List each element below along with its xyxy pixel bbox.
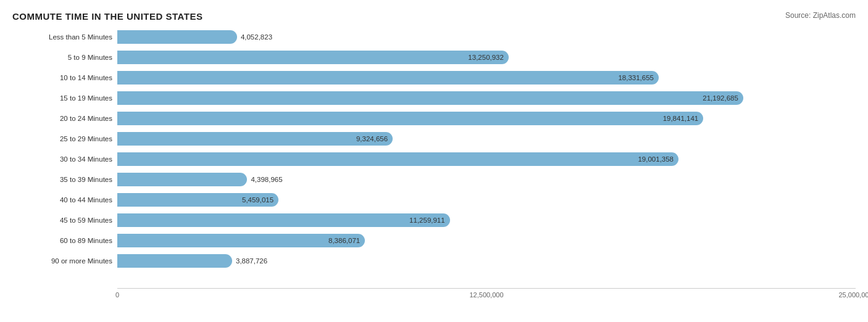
bar-row: Less than 5 Minutes4,052,823 bbox=[12, 28, 856, 46]
bar-label: Less than 5 Minutes bbox=[12, 33, 117, 41]
chart-container: COMMUTE TIME IN THE UNITED STATES Source… bbox=[0, 0, 868, 322]
bar-row: 30 to 34 Minutes19,001,358 bbox=[12, 150, 856, 168]
bar-label: 40 to 44 Minutes bbox=[12, 196, 117, 204]
bar-row: 40 to 44 Minutes5,459,015 bbox=[12, 191, 856, 209]
bar-fill: 19,841,141 bbox=[117, 112, 703, 125]
bar-row: 5 to 9 Minutes13,250,932 bbox=[12, 48, 856, 67]
bar-value: 4,052,823 bbox=[241, 33, 272, 41]
bar-value: 3,887,726 bbox=[236, 257, 267, 265]
bar-fill: 9,324,656 bbox=[117, 132, 393, 146]
bar-value: 11,259,911 bbox=[409, 217, 445, 224]
bar-track: 4,052,823 bbox=[117, 30, 856, 44]
bar-label: 30 to 34 Minutes bbox=[12, 155, 117, 163]
bar-value: 19,841,141 bbox=[663, 115, 699, 122]
bar-value: 18,331,655 bbox=[618, 74, 654, 81]
bar-label: 20 to 24 Minutes bbox=[12, 115, 117, 122]
x-axis: 012,500,00025,000,000 bbox=[117, 288, 856, 300]
bar-track: 5,459,015 bbox=[117, 193, 856, 207]
bar-label: 10 to 14 Minutes bbox=[12, 74, 117, 81]
bar-fill: 11,259,911 bbox=[117, 213, 450, 227]
bar-track: 9,324,656 bbox=[117, 132, 856, 146]
bar-label: 45 to 59 Minutes bbox=[12, 217, 117, 224]
chart-title: COMMUTE TIME IN THE UNITED STATES bbox=[12, 11, 202, 22]
bar-label: 60 to 89 Minutes bbox=[12, 237, 117, 244]
bar-fill bbox=[117, 30, 237, 44]
bar-fill: 8,386,071 bbox=[117, 234, 365, 247]
bar-track: 8,386,071 bbox=[117, 234, 856, 247]
bar-fill bbox=[117, 173, 247, 186]
bar-row: 20 to 24 Minutes19,841,141 bbox=[12, 109, 856, 128]
x-tick: 12,500,000 bbox=[469, 291, 503, 299]
bar-fill bbox=[117, 254, 232, 268]
bar-value: 21,192,685 bbox=[703, 94, 738, 102]
bar-fill: 18,331,655 bbox=[117, 71, 659, 85]
x-tick: 0 bbox=[115, 291, 119, 299]
bar-label: 15 to 19 Minutes bbox=[12, 94, 117, 102]
bar-fill: 19,001,358 bbox=[117, 152, 678, 166]
chart-header: COMMUTE TIME IN THE UNITED STATES Source… bbox=[12, 11, 856, 22]
bar-row: 15 to 19 Minutes21,192,685 bbox=[12, 89, 856, 107]
bar-value: 4,398,965 bbox=[251, 176, 282, 183]
bar-track: 19,841,141 bbox=[117, 112, 856, 125]
x-tick: 25,000,000 bbox=[838, 291, 868, 299]
bar-row: 90 or more Minutes3,887,726 bbox=[12, 252, 856, 270]
bar-fill: 13,250,932 bbox=[117, 51, 509, 64]
bar-label: 25 to 29 Minutes bbox=[12, 135, 117, 142]
bar-row: 60 to 89 Minutes8,386,071 bbox=[12, 231, 856, 250]
chart-source: Source: ZipAtlas.com bbox=[785, 11, 856, 20]
bar-label: 5 to 9 Minutes bbox=[12, 54, 117, 61]
bar-track: 18,331,655 bbox=[117, 71, 856, 85]
bar-track: 11,259,911 bbox=[117, 213, 856, 227]
bar-track: 3,887,726 bbox=[117, 254, 856, 268]
bars-area: Less than 5 Minutes4,052,8235 to 9 Minut… bbox=[12, 28, 856, 287]
bar-row: 25 to 29 Minutes9,324,656 bbox=[12, 130, 856, 148]
bar-fill: 5,459,015 bbox=[117, 193, 278, 207]
bar-track: 19,001,358 bbox=[117, 152, 856, 166]
bar-value: 13,250,932 bbox=[468, 54, 504, 61]
bar-fill: 21,192,685 bbox=[117, 91, 743, 105]
bar-track: 13,250,932 bbox=[117, 51, 856, 64]
bar-row: 10 to 14 Minutes18,331,655 bbox=[12, 68, 856, 87]
bar-label: 35 to 39 Minutes bbox=[12, 176, 117, 183]
bar-track: 4,398,965 bbox=[117, 173, 856, 186]
bar-value: 5,459,015 bbox=[242, 196, 273, 204]
bar-row: 35 to 39 Minutes4,398,965 bbox=[12, 170, 856, 189]
bar-label: 90 or more Minutes bbox=[12, 257, 117, 265]
bar-track: 21,192,685 bbox=[117, 91, 856, 105]
bar-value: 19,001,358 bbox=[638, 155, 674, 163]
bar-value: 9,324,656 bbox=[356, 135, 388, 142]
bar-value: 8,386,071 bbox=[328, 237, 360, 244]
bar-row: 45 to 59 Minutes11,259,911 bbox=[12, 211, 856, 229]
